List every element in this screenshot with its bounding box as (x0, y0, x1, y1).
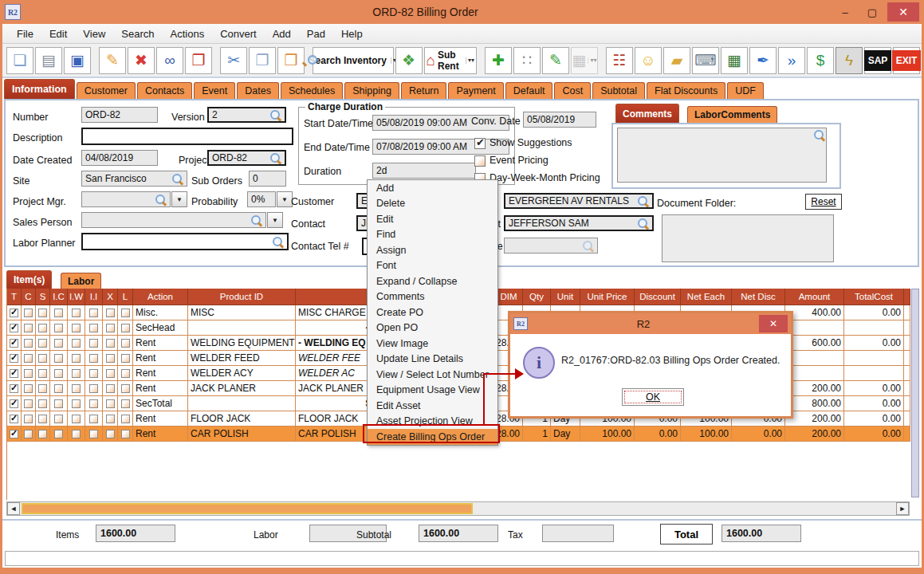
checkbox-cell[interactable] (7, 381, 22, 395)
checkbox-icon[interactable] (121, 354, 130, 363)
tab-contacts[interactable]: Contacts (137, 82, 192, 99)
checkbox-icon[interactable] (54, 384, 63, 393)
checkbox-cell[interactable] (7, 336, 22, 350)
checkbox-cell[interactable] (22, 336, 36, 350)
context-menu-item-edit[interactable]: Edit (368, 211, 497, 227)
checkbox-cell[interactable] (50, 305, 68, 320)
probability-dropdown[interactable]: ▼ (277, 191, 293, 207)
language-field[interactable] (504, 238, 598, 254)
context-menu-item-add[interactable]: Add (368, 180, 497, 196)
checkbox-icon[interactable] (89, 369, 98, 378)
checkbox-cell[interactable] (22, 427, 36, 441)
version-field[interactable]: 2 (207, 107, 286, 123)
checkbox-cell[interactable] (85, 411, 103, 426)
checkbox-icon[interactable] (72, 399, 81, 408)
magnifier-icon[interactable] (250, 214, 262, 226)
checkbox-icon[interactable] (10, 324, 18, 332)
magnifier-icon[interactable] (269, 109, 281, 121)
context-menu-item-font[interactable]: Font (368, 258, 497, 274)
checkbox-cell[interactable] (68, 381, 85, 395)
checkbox-icon[interactable] (24, 324, 33, 332)
checkbox-icon[interactable] (106, 309, 115, 317)
checkbox-icon[interactable] (89, 415, 98, 423)
checkbox-icon[interactable] (54, 369, 63, 378)
exit-button[interactable]: EXIT (893, 47, 920, 74)
checkbox-icon[interactable] (89, 309, 98, 317)
checkbox-icon[interactable] (72, 415, 81, 423)
checkbox-icon[interactable] (54, 339, 63, 348)
menu-item-pad[interactable]: Pad (299, 28, 333, 40)
menu-item-search[interactable]: Search (113, 28, 162, 40)
checkbox-icon[interactable] (24, 354, 33, 363)
context-menu-item-comments[interactable]: Comments (368, 289, 497, 305)
checkbox-cell[interactable] (50, 427, 68, 441)
reset-button[interactable]: Reset (805, 194, 842, 210)
scroll-right-arrow[interactable]: ► (896, 502, 909, 515)
edit-pencil-button[interactable]: ✎ (99, 47, 126, 74)
print-button[interactable]: ▤ (35, 47, 62, 74)
checkbox-cell[interactable] (68, 411, 85, 426)
checkbox-icon[interactable] (38, 384, 47, 393)
checkbox-icon[interactable] (54, 430, 63, 438)
context-menu-item-find[interactable]: Find (368, 227, 497, 243)
checkbox-cell[interactable] (36, 320, 50, 335)
checkbox-icon[interactable] (72, 354, 81, 363)
tab-return[interactable]: Return (401, 82, 447, 99)
checkbox-cell[interactable] (103, 320, 118, 335)
checkbox-icon[interactable] (10, 384, 18, 393)
notes-pad-button[interactable]: ✎ (542, 47, 569, 74)
context-menu-item-update-line-details[interactable]: Update Line Details (368, 352, 497, 368)
checkbox-cell[interactable] (22, 305, 36, 320)
checkbox-icon[interactable] (10, 354, 18, 363)
checkbox-icon[interactable] (54, 309, 63, 317)
checkbox-cell[interactable] (118, 336, 133, 350)
checkbox-cell[interactable] (118, 427, 133, 441)
checkbox-cell[interactable] (36, 411, 50, 426)
checkbox-icon[interactable] (72, 324, 81, 332)
context-menu-item-equipment-usage-view[interactable]: Equipment Usage View (368, 383, 497, 399)
close-button[interactable]: ✕ (887, 2, 919, 22)
sales-person-dropdown[interactable]: ▼ (267, 212, 283, 228)
checkbox-cell[interactable] (118, 366, 133, 380)
checkbox-cell[interactable] (36, 427, 50, 441)
menu-item-add[interactable]: Add (265, 28, 299, 40)
checkbox-cell[interactable] (22, 381, 36, 395)
checkbox-icon[interactable] (24, 384, 33, 393)
tab-schedules[interactable]: Schedules (281, 82, 343, 99)
checkbox-cell[interactable] (85, 396, 103, 411)
smiley-button[interactable]: ☺ (635, 47, 662, 74)
magnifier-icon[interactable] (272, 236, 284, 248)
magnifier-icon[interactable] (155, 194, 167, 206)
checkbox-icon[interactable] (106, 324, 115, 332)
menu-item-file[interactable]: File (9, 28, 41, 40)
checkbox-icon[interactable] (38, 430, 47, 438)
checkbox-icon[interactable] (24, 415, 33, 423)
checkbox-cell[interactable] (7, 366, 22, 380)
checkbox-icon[interactable] (10, 339, 18, 348)
checkbox-icon[interactable] (89, 324, 98, 332)
copy-special-button[interactable]: ❐ (185, 47, 212, 74)
checkbox-icon[interactable] (24, 399, 33, 408)
checkbox-icon[interactable] (38, 399, 47, 408)
cubes-button[interactable]: ▦ (721, 47, 748, 74)
checkbox-cell[interactable] (85, 427, 103, 441)
context-menu-item-create-po[interactable]: Create PO (368, 305, 497, 320)
checkbox-cell[interactable] (103, 351, 118, 365)
checkbox-icon[interactable] (106, 354, 115, 363)
chevron-down-icon[interactable]: ▾▾ (466, 57, 474, 64)
tab-dates[interactable]: Dates (237, 82, 279, 99)
checkbox-icon[interactable] (121, 415, 130, 423)
checkbox-cell[interactable] (68, 351, 85, 365)
sub-rent-button[interactable]: ⌂Sub Rent▾▾ (424, 47, 477, 74)
checkbox-cell[interactable] (68, 336, 85, 350)
org-chart-button[interactable]: ☷ (606, 47, 633, 74)
checkbox-cell[interactable] (85, 381, 103, 395)
magnifier-icon[interactable] (637, 218, 649, 230)
delete-button[interactable]: ✖ (128, 47, 155, 74)
checkbox-cell[interactable] (50, 336, 68, 350)
add-line-button[interactable]: ✚ (485, 47, 512, 74)
checkbox-cell[interactable] (118, 351, 133, 365)
checkbox-icon[interactable] (10, 309, 18, 317)
context-menu-item-view-image[interactable]: View Image (368, 336, 497, 352)
checkbox-cell[interactable] (103, 381, 118, 395)
